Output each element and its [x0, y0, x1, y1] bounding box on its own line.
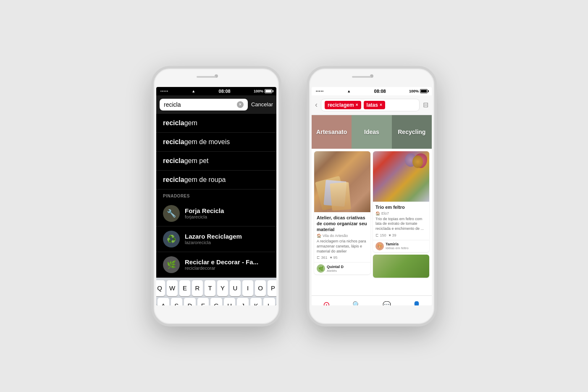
tag-reciclagem-remove[interactable]: × — [356, 103, 358, 107]
key-a[interactable]: A — [158, 298, 169, 305]
pin-title-right-0: Trio em feltro — [375, 204, 427, 210]
key-w[interactable]: W — [167, 280, 178, 296]
pinner-handle-1: lazarorecicla — [185, 240, 242, 245]
key-e[interactable]: E — [179, 280, 190, 296]
tab-search[interactable]: 🔍 — [342, 296, 372, 305]
tag-latas-label: latas — [367, 102, 378, 108]
status-bar-left: ••••• ▲ 08:08 100% — [156, 87, 276, 95]
key-d[interactable]: D — [184, 298, 196, 305]
search-results-screen: ‹ reciclagem × latas × ⊟ Artesanato — [312, 95, 432, 305]
pinner-handle-2: reciclardecorar — [185, 266, 258, 271]
cancel-search-button[interactable]: Cancelar — [251, 101, 273, 108]
category-ideas[interactable]: Ideas — [352, 115, 391, 149]
pin-image-right-1 — [373, 255, 429, 278]
tab-home[interactable]: ⊙ — [312, 296, 342, 305]
pin-stat-repins-left-0: ⊏ 361 — [317, 255, 328, 260]
suggestion-item[interactable]: reciclagem — [156, 114, 276, 133]
power-button-r[interactable] — [436, 115, 437, 136]
pin-stat-likes-right-0: ♥ 39 — [389, 233, 396, 237]
suggestion-item[interactable]: reciclagem pet — [156, 152, 276, 171]
key-k[interactable]: K — [250, 298, 262, 305]
suggestion-bold-2: recicla — [163, 157, 184, 164]
pin-title-left-0: Atelier, dicas criativas de como organiz… — [317, 215, 368, 233]
pin-stat-repins-right-0: ⊏ 150 — [375, 233, 386, 237]
pinner-name-1: Lazaro Reciclagem — [185, 233, 242, 240]
battery-area-right: 100% — [409, 89, 428, 93]
key-p[interactable]: P — [268, 280, 276, 296]
pin-source-name-right-0: Elo7 — [381, 211, 389, 216]
pinner-info-2: Reciclar e Decorar - Fa... reciclardecor… — [185, 258, 258, 271]
filter-button[interactable]: ⊟ — [423, 101, 428, 109]
key-q[interactable]: Q — [156, 280, 165, 296]
key-j[interactable]: J — [237, 298, 249, 305]
clear-search-button[interactable]: × — [237, 101, 244, 108]
keyboard-row-1: Q W E R T Y U I O P — [158, 280, 275, 296]
key-h[interactable]: H — [224, 298, 236, 305]
pinner-info-1: Lazaro Reciclagem lazarorecicla — [185, 233, 242, 245]
key-r[interactable]: R — [192, 280, 203, 296]
pin-user-avatar-right-0: 🎨 — [375, 242, 384, 250]
pin-user-board-left-0: Ateliês — [327, 269, 344, 273]
suggestion-rest-3: gem de roupa — [184, 176, 226, 183]
pin-user-name-right-0: Tamiris — [386, 242, 409, 246]
pinner-item[interactable]: 🌿 Reciclar e Decorar - Fa... reciclardec… — [156, 252, 276, 278]
categories-row: Artesanato Ideas Recycling — [312, 115, 432, 149]
suggestion-bold-3: recicla — [163, 176, 184, 183]
key-f[interactable]: F — [197, 298, 209, 305]
tags-container: reciclagem × latas × — [321, 99, 420, 111]
tag-latas[interactable]: latas × — [364, 101, 385, 109]
signal-dots-right: ••••• — [316, 89, 324, 93]
volume-up-button[interactable] — [151, 106, 152, 119]
category-artesanato[interactable]: Artesanato — [312, 115, 352, 149]
tab-profile[interactable]: 👤 — [402, 296, 432, 305]
pin-card-right-1[interactable] — [373, 255, 429, 278]
suggestion-item[interactable]: reciclagem de roupa — [156, 171, 276, 189]
power-button[interactable] — [281, 115, 281, 136]
battery-area-left: 100% — [254, 89, 272, 93]
pinner-avatar-2: 🌿 — [163, 256, 180, 273]
pin-user-right-0[interactable]: 🎨 Tamiris Idéias em feltro — [373, 240, 429, 252]
pinner-item[interactable]: 🔧 Forja Recicla forjarecicla — [156, 201, 276, 226]
volume-down-button-r[interactable] — [307, 123, 307, 136]
pin-card-left-0[interactable]: Atelier, dicas criativas de como organiz… — [314, 151, 370, 275]
key-i[interactable]: I — [242, 280, 253, 296]
battery-fill-right — [421, 90, 427, 92]
battery-percent-left: 100% — [254, 89, 263, 93]
suggestions-list: reciclagem reciclagem de moveis reciclag… — [156, 114, 276, 278]
pinner-item[interactable]: ♻️ Lazaro Reciclagem lazarorecicla — [156, 226, 276, 252]
battery-fill-left — [265, 90, 271, 92]
pin-desc-left-0: A reciclagem cria nichos para armazenar … — [317, 239, 368, 254]
tab-messages[interactable]: 💬 — [372, 296, 402, 305]
right-phone: ••••• ▲ 08:08 100% ‹ reciclagem × — [307, 66, 437, 326]
pin-stat-likes-left-0: ♥ 95 — [330, 255, 338, 260]
category-recycling[interactable]: Recycling — [392, 115, 432, 149]
volume-down-button[interactable] — [151, 123, 152, 136]
pin-source-icon-left-0: 🏠 — [317, 234, 321, 238]
time-display-right: 08:08 — [374, 89, 386, 94]
search-bar-dark: recicla × Cancelar — [156, 95, 276, 114]
tag-latas-remove[interactable]: × — [380, 103, 382, 107]
key-u[interactable]: U — [230, 280, 241, 296]
category-recycling-label: Recycling — [398, 129, 425, 135]
key-o[interactable]: O — [255, 280, 266, 296]
search-input-container[interactable]: recicla × — [160, 99, 248, 110]
pin-user-left-0[interactable]: 🌿 Quintal D Ateliês — [314, 262, 370, 274]
suggestion-item[interactable]: reciclagem de moveis — [156, 133, 276, 152]
pin-stats-left-0: ⊏ 361 ♥ 95 — [317, 255, 368, 260]
key-t[interactable]: T — [205, 280, 215, 296]
tag-reciclagem-label: reciclagem — [328, 102, 354, 108]
tag-reciclagem[interactable]: reciclagem × — [325, 101, 361, 109]
pin-card-right-0[interactable]: Trio em feltro 🏠 Elo7 Trio de topias em … — [373, 151, 429, 252]
key-g[interactable]: G — [210, 298, 222, 305]
key-l[interactable]: L — [263, 298, 275, 305]
volume-up-button-r[interactable] — [307, 106, 307, 119]
back-button[interactable]: ‹ — [315, 100, 318, 109]
pin-stats-right-0: ⊏ 150 ♥ 39 — [375, 233, 427, 237]
pin-user-board-right-0: Idéias em feltro — [386, 246, 409, 250]
tab-bar: ⊙ 🔍 💬 👤 — [312, 295, 432, 305]
search-input-text: recicla — [164, 101, 234, 108]
pin-source-icon-right-0: 🏠 — [375, 211, 380, 216]
key-y[interactable]: Y — [217, 280, 228, 296]
category-artesanato-label: Artesanato — [316, 129, 347, 135]
key-s[interactable]: S — [171, 298, 183, 305]
